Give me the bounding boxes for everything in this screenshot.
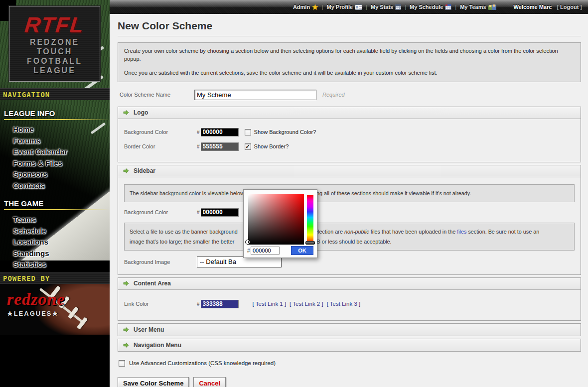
sidebar-item-sponsors[interactable]: Sponsors: [4, 169, 110, 180]
sidebar-item-standings[interactable]: Standings: [4, 248, 110, 259]
green-arrow-icon: [123, 342, 129, 348]
hue-slider-handle[interactable]: [305, 241, 315, 245]
menu-admin[interactable]: Admin ★: [293, 4, 318, 10]
sidebar-item-forums[interactable]: Forums: [4, 135, 110, 147]
sidebar: RTFL REDZONE TOUCH FOOTBALL LEAGUE NAVIG…: [0, 0, 110, 387]
menu-my-stats-label: My Stats: [371, 4, 393, 10]
calculator-icon: [395, 4, 401, 10]
hash-prefix: #: [247, 248, 250, 254]
picker-ok-button[interactable]: OK: [291, 246, 313, 255]
color-picker-popup: # OK: [243, 189, 317, 258]
logout-link[interactable]: Logout: [560, 4, 579, 10]
logo-background-color-row: Background Color # Show Background Color…: [124, 128, 575, 136]
section-user-menu-header[interactable]: User Menu: [118, 324, 581, 336]
section-navigation-menu: Navigation Menu: [118, 339, 581, 352]
saturation-value-gradient[interactable]: [248, 194, 304, 245]
hash-prefix: #: [197, 210, 200, 215]
menu-my-stats[interactable]: My Stats: [371, 4, 401, 10]
css-abbr: CSS: [210, 360, 222, 367]
section-navigation-menu-header[interactable]: Navigation Menu: [118, 339, 581, 351]
sidebar-item-forms-files[interactable]: Forms & Files: [4, 158, 110, 169]
advanced-customizations-row: Use Advanced Customizations (CSS knowled…: [119, 360, 581, 367]
advanced-customizations-checkbox[interactable]: [119, 360, 125, 367]
league-logo-line: FOOTBALL: [9, 56, 100, 66]
welcome-text: Welcome Marc: [514, 4, 552, 10]
nav-section-league-info: LEAGUE INFO: [4, 109, 110, 118]
sidebar-item-locations[interactable]: Locations: [4, 237, 110, 248]
nav-rule: [4, 119, 110, 120]
scheme-name-row: Color Scheme Name Required: [120, 90, 581, 100]
cancel-button[interactable]: Cancel: [193, 377, 226, 387]
hash-prefix: #: [197, 129, 200, 135]
menu-separator: |: [322, 4, 323, 10]
sidebar-item-contacts[interactable]: Contacts: [4, 180, 110, 192]
section-logo-header[interactable]: Logo: [118, 107, 581, 119]
section-content-area-header[interactable]: Content Area: [118, 278, 581, 290]
form-buttons: Save Color Scheme Cancel: [118, 377, 581, 387]
nav-section-the-game: THE GAME: [4, 199, 110, 208]
scheme-name-input[interactable]: [194, 90, 316, 100]
required-hint: Required: [322, 92, 345, 98]
banner-note-fragment: KB or less should be acceptable.: [313, 239, 391, 245]
intro-paragraph: Create your own color scheme by choosing…: [124, 47, 575, 63]
section-user-menu: User Menu: [118, 323, 581, 336]
league-logo[interactable]: RTFL REDZONE TOUCH FOOTBALL LEAGUE: [9, 6, 100, 82]
banner-note-emphasis: non-public: [344, 229, 369, 235]
green-arrow-icon: [123, 327, 129, 333]
section-sidebar-header[interactable]: Sidebar: [118, 165, 581, 177]
section-content-area-body: Link Color # [ Test Link 1 ] [ Test Link…: [118, 290, 581, 320]
test-link-3[interactable]: [ Test Link 3 ]: [327, 301, 361, 307]
sidebar-item-teams[interactable]: Teams: [4, 214, 110, 226]
section-content-area-title: Content Area: [134, 280, 171, 287]
intro-paragraph: Once you are satisfied with the current …: [124, 69, 575, 77]
brand-name: redzone: [7, 291, 65, 308]
sidebar-item-statistics[interactable]: Statistics: [4, 259, 110, 270]
background-image-row: Background Image -- Default Ba: [124, 257, 575, 267]
show-border-checkbox[interactable]: [245, 143, 251, 150]
section-logo-title: Logo: [134, 109, 148, 116]
league-logo-line: LEAGUE: [9, 66, 100, 75]
logo-background-color-input[interactable]: [201, 128, 239, 136]
logo-border-color-input[interactable]: [201, 142, 239, 151]
banner-note-line1: Select a file to use as the banner backg…: [130, 227, 569, 237]
powered-by-logo[interactable]: redzone ★LEAGUES★: [0, 284, 110, 335]
scheme-name-label: Color Scheme Name: [120, 92, 194, 98]
link-color-label: Link Color: [124, 301, 197, 307]
files-link[interactable]: files: [457, 229, 466, 235]
top-menu-bar: Admin ★ | My Profile | My Stats | My Sch…: [110, 0, 588, 14]
sidebar-item-event-calendar[interactable]: Event Calendar: [4, 146, 110, 158]
save-color-scheme-button[interactable]: Save Color Scheme: [118, 377, 189, 387]
advanced-label-pre: Use Advanced Customizations (: [129, 360, 210, 366]
section-logo-body: Background Color # Show Background Color…: [118, 119, 581, 162]
picker-hex-input[interactable]: [251, 247, 280, 255]
hue-strip[interactable]: [307, 195, 313, 243]
sidebar-item-home[interactable]: Home: [4, 124, 110, 135]
background-color-label: Background Color: [124, 129, 197, 135]
brand-text: redzone ★LEAGUES★: [7, 291, 65, 317]
banner-image-note: Select a file to use as the banner backg…: [124, 223, 575, 251]
menu-separator: |: [405, 4, 406, 10]
menu-my-teams[interactable]: My Teams: [460, 4, 496, 10]
menu-my-profile[interactable]: My Profile: [327, 4, 363, 10]
sidebar-note: The sidebar background color is viewable…: [124, 184, 575, 202]
menu-separator: |: [455, 4, 456, 10]
banner-note-fragment: Select a file to use as the banner backg…: [130, 229, 238, 235]
background-image-select[interactable]: -- Default Ba: [197, 257, 282, 267]
league-logo-line: REDZONE: [9, 37, 100, 47]
color-cursor-circle[interactable]: [245, 240, 250, 245]
test-link-1[interactable]: [ Test Link 1 ]: [253, 301, 287, 307]
banner-note-fragment: image that's too large; the smaller the …: [130, 239, 234, 245]
link-color-row: Link Color # [ Test Link 1 ] [ Test Link…: [124, 300, 575, 308]
test-link-2[interactable]: [ Test Link 2 ]: [290, 301, 323, 307]
background-image-selected-value: -- Default Ba: [200, 258, 236, 265]
link-color-input[interactable]: [201, 300, 239, 308]
nav-rule: [4, 209, 110, 210]
sidebar-item-schedule[interactable]: Schedule: [4, 226, 110, 237]
sidebar-background-color-input[interactable]: [201, 208, 239, 217]
show-background-color-label: Show Background Color?: [254, 129, 316, 135]
section-content-area: Content Area Link Color # [ Test Link 1 …: [118, 277, 581, 321]
show-background-color-checkbox[interactable]: [245, 129, 251, 135]
menu-my-schedule[interactable]: My Schedule: [410, 4, 451, 10]
logout-bracket: ]: [580, 4, 582, 10]
section-sidebar-title: Sidebar: [134, 167, 155, 174]
